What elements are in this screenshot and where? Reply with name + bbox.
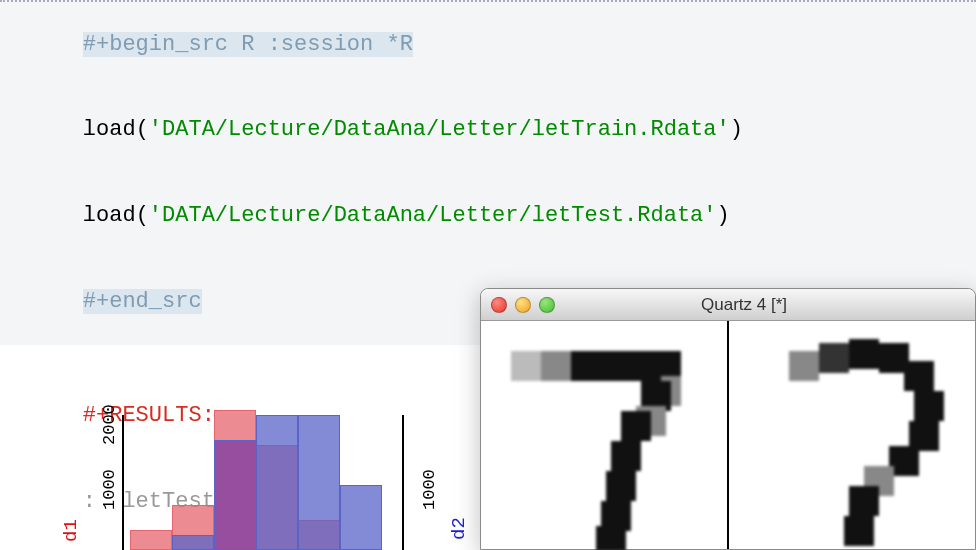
str-path-1: 'DATA/Lecture/DataAna/Letter/letTrain.Rd…: [149, 117, 730, 142]
close-icon[interactable]: [491, 297, 507, 313]
str-path-2: 'DATA/Lecture/DataAna/Letter/letTest.Rda…: [149, 203, 717, 228]
pane-left: [481, 321, 729, 549]
ylabel-left: d1: [60, 519, 82, 542]
bar-d2-0: [172, 535, 214, 550]
begin-src-directive: #+begin_src R :session *R: [83, 32, 413, 57]
right-axis-line: [402, 415, 404, 550]
minimize-icon[interactable]: [515, 297, 531, 313]
end-src-directive: #+end_src: [83, 289, 202, 314]
ytick-right-0: 1000: [420, 469, 439, 510]
bar-d1-0: [130, 530, 172, 550]
zoom-icon[interactable]: [539, 297, 555, 313]
code-line-hidden: #+begin_src R :session *R: [0, 0, 976, 88]
fn-load-1: load: [83, 117, 136, 142]
editor-pane: #+begin_src R :session *R load('DATA/Lec…: [0, 0, 976, 550]
bar-d2-4: [340, 485, 382, 550]
bar-d2-2: [256, 415, 298, 550]
window-title: Quartz 4 [*]: [563, 295, 965, 315]
left-axis-line: [122, 415, 124, 550]
quartz-content: [481, 321, 975, 549]
bar-d2-1: [214, 440, 256, 550]
code-line-2[interactable]: load('DATA/Lecture/DataAna/Letter/letTes…: [0, 174, 976, 260]
titlebar[interactable]: Quartz 4 [*]: [481, 289, 975, 321]
histogram-bars: [130, 410, 370, 550]
fn-load-2: load: [83, 203, 136, 228]
bar-d2-3: [298, 415, 340, 550]
quartz-window[interactable]: Quartz 4 [*]: [480, 288, 976, 550]
glyph-7: [511, 351, 702, 549]
glyph-question: [759, 351, 950, 549]
code-line-1[interactable]: load('DATA/Lecture/DataAna/Letter/letTra…: [0, 88, 976, 174]
ytick-left-0: 1000: [100, 469, 119, 510]
ytick-left-1: 2000: [100, 404, 119, 445]
pane-right: [729, 321, 975, 549]
ylabel-right: d2: [448, 517, 470, 540]
